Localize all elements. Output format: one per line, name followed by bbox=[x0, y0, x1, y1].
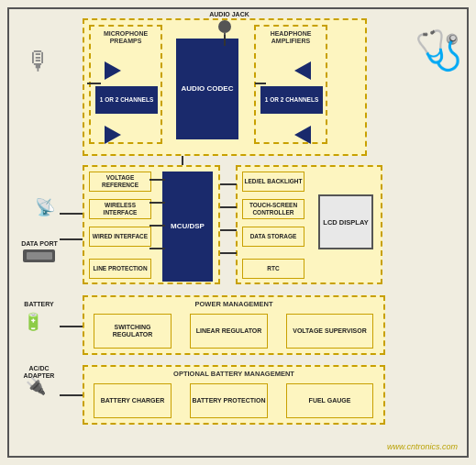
microphone-icon: 🎙 bbox=[26, 46, 51, 76]
wired-interface: WIRED INTERFACE bbox=[89, 227, 151, 247]
peripherals-section: LED/EL BACKLIGHT TOUCH-SCREEN CONTROLLER… bbox=[236, 165, 382, 284]
arrow-audio-jack-down bbox=[224, 35, 226, 46]
fuel-gauge: FUEL GAUGE bbox=[286, 383, 373, 418]
microphone-preamps-title: MICROPHONE PREAMPS bbox=[91, 30, 161, 46]
voltage-supervisor: VOLTAGE SUPERVISOR bbox=[286, 314, 373, 349]
battery-management-title: OPTIONAL BATTERY MANAGEMENT bbox=[84, 370, 383, 378]
rtc: RTC bbox=[242, 259, 304, 279]
antenna-icon: 📡 bbox=[35, 197, 55, 217]
watermark: www.cntronics.com bbox=[387, 442, 458, 451]
switching-regulator: SWITCHING REGULATOR bbox=[94, 314, 172, 349]
channels-left: 1 OR 2 CHANNELS bbox=[95, 86, 158, 114]
led-el-backlight: LED/EL BACKLIGHT bbox=[242, 172, 304, 192]
arrow-dataport-to-wired bbox=[60, 238, 83, 240]
channels-right: 1 OR 2 CHANNELS bbox=[260, 86, 323, 114]
arrow-mcu-to-right bbox=[220, 183, 237, 185]
data-port-icon bbox=[23, 249, 55, 262]
touch-screen-controller: TOUCH-SCREEN CONTROLLER bbox=[242, 199, 304, 219]
lcd-display: LCD DISPLAY bbox=[318, 194, 373, 249]
data-port-label: DATA PORT bbox=[17, 240, 62, 248]
arrow-adapter-to-bm bbox=[60, 394, 83, 396]
headphone-amplifiers-section: HEADPHONE AMPLIFIERS 1 OR 2 CHANNELS bbox=[254, 25, 327, 144]
arrow-left-to-mcu2 bbox=[149, 202, 165, 204]
audio-jack-label: AUDIO JACK bbox=[206, 11, 252, 18]
battery-icon: 🔋 bbox=[23, 312, 43, 332]
wireless-interface: WIRELESS INTERFACE bbox=[89, 199, 151, 219]
data-storage: DATA STORAGE bbox=[242, 227, 304, 247]
battery-charger: BATTERY CHARGER bbox=[94, 383, 172, 418]
amp-triangle-2 bbox=[105, 126, 121, 144]
stethoscope-icon: 🩺 bbox=[415, 28, 462, 72]
battery-protection: BATTERY PROTECTION bbox=[190, 383, 268, 418]
arrow-left-to-mcu3 bbox=[149, 225, 165, 227]
arrow-mcu-to-right2 bbox=[220, 206, 237, 208]
power-management-title: POWER MANAGEMENT bbox=[84, 300, 383, 308]
arrow-left-to-mcu4 bbox=[149, 248, 165, 249]
line-protection: LINE PROTECTION bbox=[89, 259, 151, 279]
audio-codec: AUDIO CODEC bbox=[176, 39, 238, 139]
amp-triangle-4 bbox=[294, 126, 311, 144]
microphone-preamps-section: MICROPHONE PREAMPS 1 OR 2 CHANNELS bbox=[89, 25, 162, 144]
mcu-dsp: MCU/DSP bbox=[162, 172, 213, 282]
ac-dc-adapter-icon: 🔌 bbox=[26, 376, 46, 396]
linear-regulator: LINEAR REGULATOR bbox=[190, 314, 268, 349]
voltage-reference: VOLTAGE REFERENCE bbox=[89, 172, 151, 192]
arrow-left-to-mcu1 bbox=[149, 179, 165, 181]
arrow-battery-to-pm bbox=[60, 326, 83, 327]
arrow-codec-to-hp bbox=[255, 83, 266, 84]
battery-management-section: OPTIONAL BATTERY MANAGEMENT BATTERY CHAR… bbox=[83, 365, 385, 425]
outer-border: MICROPHONE PREAMPS 1 OR 2 CHANNELS AUDIO… bbox=[7, 7, 469, 458]
arrow-mcu-to-right4 bbox=[220, 252, 237, 254]
battery-label: BATTERY bbox=[14, 301, 64, 308]
amp-triangle-1 bbox=[105, 61, 121, 80]
power-management-section: POWER MANAGEMENT SWITCHING REGULATOR LIN… bbox=[83, 295, 385, 355]
headphone-amplifiers-title: HEADPHONE AMPLIFIERS bbox=[256, 30, 326, 46]
arrow-audio-down bbox=[182, 156, 183, 165]
amp-triangle-3 bbox=[294, 61, 311, 80]
arrow-antenna-to-wireless bbox=[60, 213, 83, 215]
arrow-mic-to-codec bbox=[87, 83, 101, 84]
diagram-container: MICROPHONE PREAMPS 1 OR 2 CHANNELS AUDIO… bbox=[0, 0, 476, 465]
arrow-mcu-to-right3 bbox=[220, 229, 237, 231]
